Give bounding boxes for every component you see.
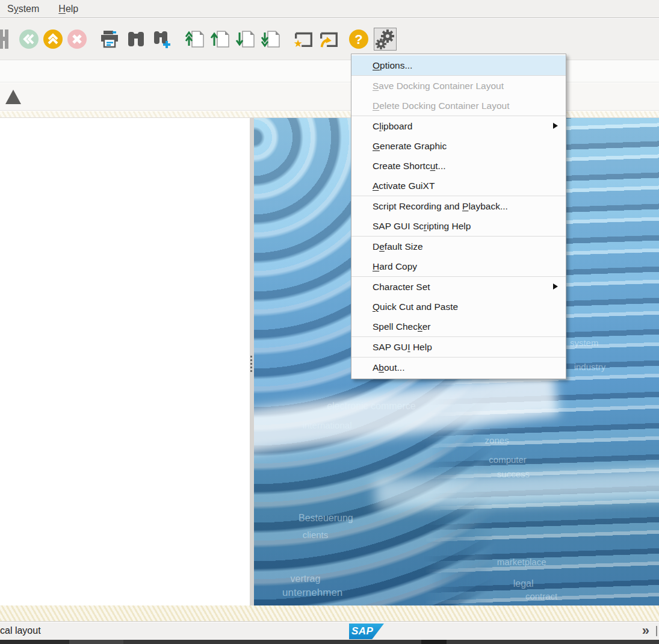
gear-icon [374, 28, 396, 50]
up-triangle-icon[interactable] [5, 90, 21, 104]
menu-item-sap-gui-scripting-help[interactable]: SAP GUI Scripting Help [351, 216, 566, 236]
exit-button[interactable] [42, 28, 64, 51]
menu-item-create-shortcut[interactable]: Create Shortcut... [351, 156, 566, 176]
exit-icon [42, 28, 64, 50]
back-button[interactable] [17, 28, 40, 51]
watermark-text: Besteuerung [299, 513, 353, 524]
splitter-bar[interactable] [250, 118, 254, 605]
find-button[interactable] [125, 28, 147, 51]
watermark-text: system [570, 338, 599, 348]
watermark-text: electronic commerce [327, 401, 416, 412]
find-next-icon [150, 28, 172, 50]
sap-logo: SAP [349, 624, 384, 639]
stripe-band [0, 605, 659, 622]
last-page-button[interactable] [259, 28, 282, 51]
help-icon: ? [348, 28, 370, 50]
watermark-text: unternehmen [282, 587, 342, 599]
watermark-text: vertrag [291, 574, 321, 584]
status-bar: cal layout SAP » [0, 622, 659, 640]
svg-text:?: ? [354, 32, 362, 47]
watermark-text: legal [513, 578, 534, 589]
find-next-button[interactable] [150, 28, 173, 51]
watermark-text: international [303, 420, 352, 430]
menu-item-delete-docking-container-layout[interactable]: Delete Docking Container Layout [351, 96, 566, 116]
context-menu: Options...Save Docking Container LayoutD… [351, 54, 566, 379]
menu-item-sap-gui-help[interactable]: SAP GUI Help [351, 337, 566, 357]
new-session-button[interactable]: ★ [292, 28, 315, 51]
back-icon [18, 28, 40, 50]
menu-item-hard-copy[interactable]: Hard Copy [351, 256, 566, 276]
watermark-text: clients [303, 530, 329, 540]
left-panel [0, 118, 250, 605]
menu-item-generate-graphic[interactable]: Generate Graphic [351, 136, 566, 156]
last-page-icon [260, 28, 282, 50]
menu-item-clipboard[interactable]: Clipboard [351, 116, 566, 136]
splitter-handle-icon[interactable] [250, 354, 252, 374]
cancel-icon [66, 28, 88, 50]
previous-page-icon [209, 28, 231, 50]
menu-item-about[interactable]: About... [351, 358, 566, 377]
next-page-icon [235, 28, 256, 50]
menu-item-script-recording-and-playback[interactable]: Script Recording and Playback... [351, 196, 566, 216]
menu-system[interactable]: System [7, 4, 39, 14]
create-shortcut-button[interactable] [317, 28, 340, 51]
menu-item-quick-cut-and-paste[interactable]: Quick Cut and Paste [351, 297, 566, 317]
cancel-button[interactable] [66, 28, 88, 51]
watermark-text: contract [525, 591, 557, 601]
double-chevron-right-icon[interactable]: » [642, 623, 648, 639]
menu-item-activate-guixt[interactable]: Activate GuiXT [351, 176, 566, 196]
clipped-edge-icon [0, 28, 9, 50]
menu-item-options[interactable]: Options... [351, 55, 566, 75]
watermark-text: zones [485, 435, 509, 445]
star-glyph: ★ [294, 38, 303, 49]
create-shortcut-icon [317, 28, 340, 50]
submenu-arrow-icon [553, 123, 558, 129]
watermark-text: industry [574, 362, 606, 372]
find-icon [125, 28, 147, 50]
menu-help[interactable]: Help [58, 4, 78, 14]
print-button[interactable] [98, 28, 121, 51]
watermark-text: marketplace [497, 557, 546, 567]
previous-page-button[interactable] [209, 28, 232, 51]
watermark-text: success [497, 469, 530, 479]
submenu-arrow-icon [553, 283, 558, 289]
menu-bar: SystemHelp [0, 0, 659, 18]
menu-item-save-docking-container-layout[interactable]: Save Docking Container Layout [351, 76, 566, 96]
print-icon [99, 28, 120, 50]
help-button[interactable]: ? [347, 28, 370, 51]
menu-item-character-set[interactable]: Character Set [351, 277, 566, 297]
sap-gui-window: SystemHelp [0, 0, 659, 644]
menu-item-default-size[interactable]: Default Size [351, 237, 566, 256]
watermark-text: computer [489, 454, 527, 465]
first-page-button[interactable] [184, 28, 206, 51]
status-text: cal layout [0, 625, 41, 636]
menu-item-spell-checker[interactable]: Spell Checker [351, 317, 566, 336]
new-session-icon: ★ [292, 28, 315, 50]
customize-local-layout-button[interactable] [374, 28, 397, 51]
status-grip [656, 626, 657, 636]
bottom-edge-strip [0, 640, 659, 644]
first-page-icon [184, 28, 206, 50]
next-page-button[interactable] [234, 28, 257, 51]
